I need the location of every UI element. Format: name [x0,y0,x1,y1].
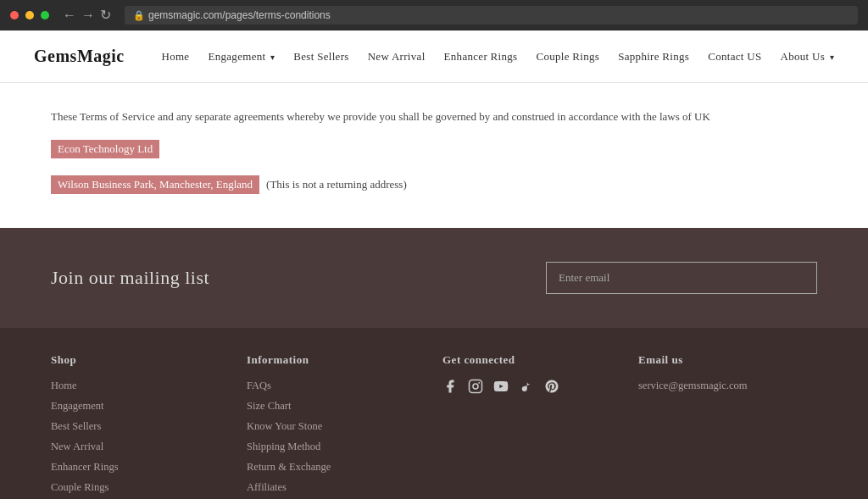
nav-link-enhancer-rings[interactable]: Enhancer Rings [444,50,518,63]
list-item: New Arrival [51,440,230,453]
email-address: service@gemsmagic.com [638,380,747,391]
svg-point-1 [473,384,478,389]
maximize-btn[interactable] [41,11,49,19]
nav-item-sapphire-rings[interactable]: Sapphire Rings [618,50,689,64]
company-name-highlight: Econ Technology Ltd [51,140,159,158]
svg-point-2 [478,382,480,384]
footer-link-engagement[interactable]: Engagement [51,400,103,412]
nav-link-couple-rings[interactable]: Couple Rings [536,50,599,63]
list-item: Affiliates [247,480,426,494]
mailing-section: Join our mailing list [0,228,868,328]
footer-link-new-arrival[interactable]: New Arrival [51,441,103,452]
nav-item-contact-us[interactable]: Contact US [708,50,761,64]
nav-item-best-sellers[interactable]: Best Sellers [293,50,348,64]
svg-rect-0 [470,380,482,392]
nav-link-about-us[interactable]: About Us ▾ [781,50,834,63]
footer-col-email: Email us service@gemsmagic.com [638,353,817,499]
facebook-icon[interactable] [442,379,458,394]
site-header: GemsMagic Home Engagement ▾ Best Sellers… [0,30,868,83]
nav-item-home[interactable]: Home [161,50,189,64]
social-heading: Get connected [442,353,621,367]
shop-links: Home Engagement Best Sellers New Arrival… [51,379,230,499]
minimize-btn[interactable] [25,11,34,19]
nav-link-new-arrival[interactable]: New Arrival [368,50,426,63]
list-item: Engagement [51,399,230,413]
footer-link-know-your-stone[interactable]: Know Your Stone [247,420,322,432]
footer-link-best-sellers[interactable]: Best Sellers [51,420,101,432]
mailing-title: Join our mailing list [51,267,209,289]
nav-link-contact-us[interactable]: Contact US [708,50,761,63]
nav-item-new-arrival[interactable]: New Arrival [368,50,426,64]
footer-link-return[interactable]: Return & Exchange [247,461,331,473]
site-logo[interactable]: GemsMagic [34,47,125,66]
browser-navigation: ← → ↻ [63,8,111,22]
address-note: (This is not a returning address) [266,178,407,191]
list-item: Couple Rings [51,480,230,494]
address-line: Wilson Business Park, Manchester, Englan… [51,175,817,194]
nav-link-engagement[interactable]: Engagement ▾ [208,50,275,63]
list-item: Enhancer Rings [51,460,230,474]
site-footer: Shop Home Engagement Best Sellers New Ar… [0,328,868,499]
address-highlight: Wilson Business Park, Manchester, Englan… [51,175,259,194]
footer-link-shipping[interactable]: Shipping Method [247,441,320,452]
footer-col-information: Information FAQs Size Chart Know Your St… [247,353,426,499]
nav-item-enhancer-rings[interactable]: Enhancer Rings [444,50,518,64]
footer-link-enhancer-rings[interactable]: Enhancer Rings [51,461,119,473]
email-input[interactable] [546,262,817,294]
lock-icon: 🔒 [133,10,145,21]
list-item: Know Your Stone [247,419,426,433]
tiktok-icon[interactable] [519,379,534,394]
footer-link-home[interactable]: Home [51,380,77,391]
list-item: Return & Exchange [247,460,426,474]
footer-link-affiliates[interactable]: Affiliates [247,481,287,493]
main-content: These Terms of Service and any separate … [0,83,868,228]
email-input-wrapper [546,262,817,294]
close-btn[interactable] [10,11,19,19]
footer-link-couple-rings[interactable]: Couple Rings [51,481,108,493]
chevron-down-icon: ▾ [270,53,275,62]
list-item: Shipping Method [247,440,426,453]
list-item: FAQs [247,379,426,392]
footer-col-shop: Shop Home Engagement Best Sellers New Ar… [51,353,230,499]
footer-link-size-chart[interactable]: Size Chart [247,400,291,412]
reload-icon[interactable]: ↻ [100,8,111,22]
information-links: FAQs Size Chart Know Your Stone Shipping… [247,379,426,499]
nav-item-about-us[interactable]: About Us ▾ [781,50,834,64]
youtube-icon[interactable] [493,379,509,394]
pinterest-icon[interactable] [544,379,559,394]
shop-heading: Shop [51,353,230,367]
information-heading: Information [247,353,426,367]
email-us-heading: Email us [638,353,817,367]
footer-col-social: Get connected [442,353,621,499]
list-item: Best Sellers [51,419,230,433]
main-navigation: Home Engagement ▾ Best Sellers New Arriv… [161,50,834,64]
url-text: gemsmagic.com/pages/terms-conditions [148,9,331,21]
back-icon[interactable]: ← [63,8,76,22]
list-item: Size Chart [247,399,426,413]
terms-paragraph: These Terms of Service and any separate … [51,108,817,126]
browser-chrome: ← → ↻ 🔒 gemsmagic.com/pages/terms-condit… [0,0,868,30]
nav-item-couple-rings[interactable]: Couple Rings [536,50,599,64]
nav-link-sapphire-rings[interactable]: Sapphire Rings [618,50,689,63]
nav-link-best-sellers[interactable]: Best Sellers [293,50,348,63]
social-icons [442,379,621,394]
nav-link-home[interactable]: Home [161,50,189,63]
instagram-icon[interactable] [468,379,483,394]
list-item: Home [51,379,230,392]
footer-link-faqs[interactable]: FAQs [247,380,271,391]
nav-item-engagement[interactable]: Engagement ▾ [208,50,275,64]
footer-grid: Shop Home Engagement Best Sellers New Ar… [51,353,817,499]
address-bar[interactable]: 🔒 gemsmagic.com/pages/terms-conditions [125,6,858,25]
forward-icon[interactable]: → [81,8,95,22]
chevron-down-icon-about: ▾ [830,53,834,62]
